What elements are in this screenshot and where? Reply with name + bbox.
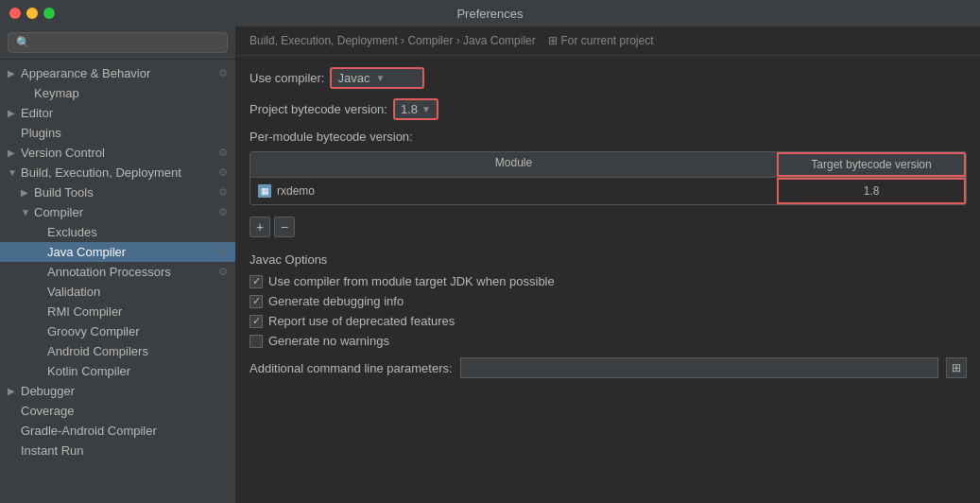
settings-icon: ⚙ bbox=[218, 266, 228, 278]
cmd-input[interactable] bbox=[460, 357, 938, 378]
right-panel: Build, Execution, Deployment › Compiler … bbox=[236, 26, 980, 503]
cmd-label: Additional command line parameters: bbox=[249, 361, 453, 375]
checkbox-label-generate-no-warnings: Generate no warnings bbox=[268, 334, 389, 348]
use-compiler-label: Use compiler: bbox=[249, 71, 324, 85]
sidebar-item-label: Appearance & Behavior bbox=[21, 66, 218, 80]
sidebar-item-label: Instant Run bbox=[21, 443, 228, 458]
sidebar-item-coverage[interactable]: Coverage bbox=[0, 401, 235, 421]
checkbox-label-use-compiler-jdk: Use compiler from module target JDK when… bbox=[268, 274, 555, 288]
sidebar-tree: ▶Appearance & Behavior⚙Keymap▶EditorPlug… bbox=[0, 60, 235, 503]
dropdown-arrow-icon: ▼ bbox=[375, 73, 385, 83]
checkbox-report-deprecated[interactable] bbox=[249, 315, 263, 328]
td-target: 1.8 bbox=[777, 178, 966, 204]
sidebar-item-label: Version Control bbox=[21, 146, 218, 160]
col-module: Module bbox=[250, 152, 777, 177]
sidebar-item-build-tools[interactable]: ▶Build Tools⚙ bbox=[0, 182, 235, 202]
sidebar-item-version-control[interactable]: ▶Version Control⚙ bbox=[0, 143, 235, 163]
sidebar-item-label: Kotlin Compiler bbox=[47, 364, 228, 378]
sidebar-item-label: Build, Execution, Deployment bbox=[21, 165, 218, 180]
sidebar-item-excludes[interactable]: Excludes bbox=[0, 222, 235, 242]
sidebar-item-compiler[interactable]: ▼Compiler⚙ bbox=[0, 202, 235, 222]
sidebar-item-editor[interactable]: ▶Editor bbox=[0, 103, 235, 123]
checkbox-row-report-deprecated: Report use of deprecated features bbox=[249, 314, 967, 328]
sidebar-item-rmi-compiler[interactable]: RMI Compiler bbox=[0, 302, 235, 321]
title-bar: Preferences bbox=[0, 0, 980, 26]
table-header: Module Target bytecode version bbox=[250, 152, 966, 178]
javac-options-title: Javac Options bbox=[249, 252, 967, 267]
sidebar-item-label: Debugger bbox=[21, 384, 228, 398]
add-module-button[interactable]: + bbox=[249, 217, 270, 237]
checkbox-row-use-compiler-jdk: Use compiler from module target JDK when… bbox=[249, 274, 967, 288]
use-compiler-row: Use compiler: Javac ▼ bbox=[249, 67, 967, 89]
sidebar-item-label: Build Tools bbox=[34, 185, 218, 199]
use-compiler-value: Javac bbox=[337, 71, 370, 85]
cmd-browse-button[interactable]: ⊞ bbox=[946, 357, 967, 378]
checkbox-row-generate-debugging: Generate debugging info bbox=[249, 294, 967, 308]
checkbox-label-report-deprecated: Report use of deprecated features bbox=[268, 314, 455, 328]
main-content: ▶Appearance & Behavior⚙Keymap▶EditorPlug… bbox=[0, 26, 980, 503]
sidebar-item-label: Groovy Compiler bbox=[47, 324, 228, 338]
sidebar-item-validation[interactable]: Validation bbox=[0, 282, 235, 302]
sidebar-item-appearance[interactable]: ▶Appearance & Behavior⚙ bbox=[0, 63, 235, 83]
sidebar-item-annotation-processors[interactable]: Annotation Processors⚙ bbox=[0, 262, 235, 282]
checkboxes-container: Use compiler from module target JDK when… bbox=[249, 274, 967, 348]
sidebar-item-label: Android Compilers bbox=[47, 344, 228, 358]
sidebar-item-label: Validation bbox=[47, 285, 228, 299]
sidebar-item-gradle-android[interactable]: Gradle-Android Compiler bbox=[0, 421, 235, 441]
bytecode-version-row: Project bytecode version: 1.8 ▼ bbox=[249, 98, 967, 120]
sidebar-item-label: Plugins bbox=[21, 126, 228, 140]
arrow-icon: ▶ bbox=[8, 68, 21, 78]
checkbox-use-compiler-jdk[interactable] bbox=[249, 275, 263, 288]
arrow-icon: ▶ bbox=[8, 386, 21, 396]
minimize-button[interactable] bbox=[26, 8, 38, 19]
close-button[interactable] bbox=[9, 8, 21, 19]
module-icon: ▦ bbox=[258, 184, 271, 198]
sidebar-item-label: Keymap bbox=[34, 86, 228, 100]
sidebar-item-plugins[interactable]: Plugins bbox=[0, 123, 235, 143]
col-target: Target bytecode version bbox=[777, 152, 966, 177]
bytecode-version-dropdown[interactable]: 1.8 ▼ bbox=[393, 98, 438, 120]
sidebar-item-groovy-compiler[interactable]: Groovy Compiler bbox=[0, 321, 235, 341]
sidebar-item-build-execution[interactable]: ▼Build, Execution, Deployment⚙ bbox=[0, 163, 235, 182]
arrow-icon: ▼ bbox=[21, 207, 34, 217]
sidebar-item-java-compiler[interactable]: Java Compiler⚙ bbox=[0, 242, 235, 262]
sidebar-item-label: Java Compiler bbox=[47, 245, 218, 259]
search-input[interactable] bbox=[8, 32, 228, 53]
bytecode-version-label: Project bytecode version: bbox=[249, 102, 387, 116]
for-project-label: ⊞ For current project bbox=[548, 34, 653, 47]
sidebar-item-label: RMI Compiler bbox=[47, 304, 228, 319]
sidebar-item-instant-run[interactable]: Instant Run bbox=[0, 441, 235, 460]
maximize-button[interactable] bbox=[43, 8, 55, 19]
sidebar-item-label: Editor bbox=[21, 106, 228, 120]
settings-icon: ⚙ bbox=[218, 186, 228, 199]
sidebar-item-android-compilers[interactable]: Android Compilers bbox=[0, 341, 235, 361]
checkbox-generate-no-warnings[interactable] bbox=[249, 335, 263, 348]
cmd-row: Additional command line parameters: ⊞ bbox=[249, 357, 967, 378]
sidebar-item-label: Annotation Processors bbox=[47, 265, 218, 279]
sidebar-item-keymap[interactable]: Keymap bbox=[0, 83, 235, 103]
module-table: Module Target bytecode version ▦rxdemo1.… bbox=[249, 151, 967, 205]
settings-icon: ⚙ bbox=[218, 67, 228, 79]
bytecode-version-value: 1.8 bbox=[401, 102, 418, 116]
arrow-icon: ▼ bbox=[8, 167, 21, 178]
checkbox-label-generate-debugging: Generate debugging info bbox=[268, 294, 404, 308]
td-module: ▦rxdemo bbox=[250, 178, 777, 204]
use-compiler-dropdown[interactable]: Javac ▼ bbox=[330, 67, 424, 89]
table-row: ▦rxdemo1.8 bbox=[250, 178, 966, 204]
version-dropdown-arrow-icon: ▼ bbox=[421, 104, 431, 114]
module-name: rxdemo bbox=[277, 184, 315, 198]
arrow-icon: ▶ bbox=[8, 108, 21, 118]
sidebar-item-kotlin-compiler[interactable]: Kotlin Compiler bbox=[0, 361, 235, 381]
sidebar-item-label: Coverage bbox=[21, 404, 228, 418]
settings-icon: ⚙ bbox=[218, 206, 228, 218]
settings-icon: ⚙ bbox=[218, 246, 228, 258]
per-module-label: Per-module bytecode version: bbox=[249, 130, 967, 144]
sidebar: ▶Appearance & Behavior⚙Keymap▶EditorPlug… bbox=[0, 26, 236, 503]
settings-icon: ⚙ bbox=[218, 147, 228, 159]
sidebar-item-debugger[interactable]: ▶Debugger bbox=[0, 381, 235, 401]
checkbox-generate-debugging[interactable] bbox=[249, 295, 263, 308]
arrow-icon: ▶ bbox=[8, 147, 21, 158]
search-bar[interactable] bbox=[0, 26, 235, 60]
checkbox-row-generate-no-warnings: Generate no warnings bbox=[249, 334, 967, 348]
remove-module-button[interactable]: − bbox=[274, 217, 295, 237]
